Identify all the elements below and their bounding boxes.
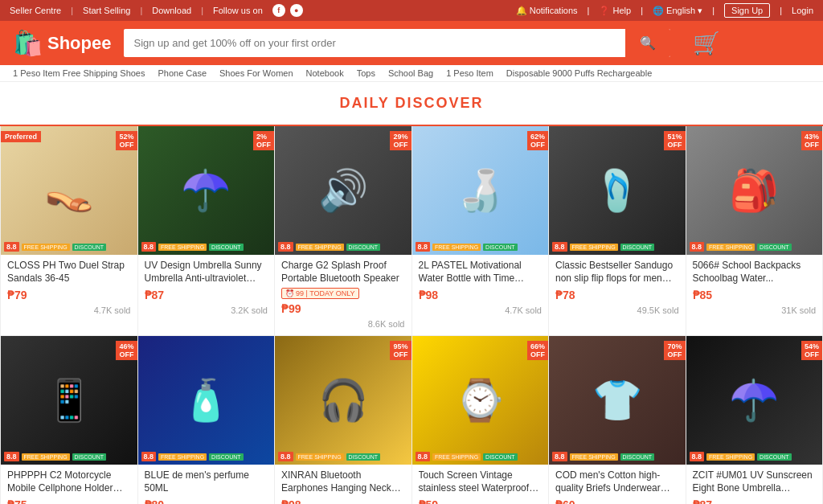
products-section: Preferred52%OFF 👡 8.8 FREE SHIPPING DISC…	[0, 126, 823, 504]
product-price: ₱99	[281, 302, 405, 315]
logo-bag-icon: 🛍️	[13, 29, 43, 57]
badge-88: 8.8	[141, 452, 157, 461]
product-card-9[interactable]: 66%OFF ⌚ 8.8 FREE SHIPPING DISCOUNT Touc…	[412, 336, 550, 504]
social-icons: f ●	[272, 4, 303, 17]
badge-free-shipping: FREE SHIPPING	[158, 244, 207, 251]
search-icon: 🔍	[640, 35, 656, 51]
product-info: Classic Bestseller Sandugo non slip flip…	[549, 255, 686, 322]
product-price: ₱87	[145, 289, 268, 301]
product-info: BLUE de men's perfume 50ML ₱80 14.7K sol…	[138, 465, 275, 504]
product-card-3[interactable]: 62%OFF 🍶 8.8 FREE SHIPPING DISCOUNT 2L P…	[412, 126, 550, 336]
product-info: ZCIT #UM01 UV Sunscreen Eight Bone Umbre…	[686, 465, 823, 504]
badge-88: 8.8	[552, 452, 567, 461]
product-info: Charge G2 Splash Proof Portable Bluetoot…	[275, 255, 412, 335]
badge-88: 8.8	[141, 242, 157, 252]
product-image: 51%OFF 🩴 8.8 FREE SHIPPING DISCOUNT	[549, 126, 686, 255]
product-image: 43%OFF 🎒 8.8 FREE SHIPPING DISCOUNT	[686, 126, 823, 255]
badge-88: 8.8	[552, 242, 567, 252]
product-image: 66%OFF ⌚ 8.8 FREE SHIPPING DISCOUNT	[412, 336, 549, 465]
product-info: 5066# School Backpacks Schoolbag Water..…	[686, 255, 823, 322]
logo[interactable]: 🛍️ Shopee	[13, 29, 111, 57]
badge-discount: DISCOUNT	[620, 244, 655, 251]
badge-free-shipping: FREE SHIPPING	[432, 453, 481, 461]
product-price: ₱80	[145, 498, 268, 504]
product-price: ₱78	[555, 289, 679, 301]
cart-icon[interactable]: 🛒	[693, 30, 721, 56]
download-link[interactable]: Download	[152, 6, 191, 15]
product-image: 29%OFF 🔊 8.8 FREE SHIPPING DISCOUNT	[275, 126, 412, 255]
products-grid: Preferred52%OFF 👡 8.8 FREE SHIPPING DISC…	[0, 126, 823, 504]
logo-text: Shopee	[47, 33, 111, 54]
seller-centre-link[interactable]: Seller Centre	[10, 6, 61, 15]
nav-link-0[interactable]: 1 Peso Item Free Shipping Shoes	[13, 68, 145, 78]
badge-discount: DISCOUNT	[209, 453, 244, 461]
badge-free-shipping: FREE SHIPPING	[22, 453, 70, 461]
off-badge: 66%OFF	[527, 341, 548, 360]
product-info: PHPPPH C2 Motorcycle Mobile Cellphone Ho…	[1, 465, 137, 504]
badge-88: 8.8	[4, 242, 19, 252]
badge-free-shipping: FREE SHIPPING	[296, 244, 344, 251]
bell-icon: 🔔	[516, 6, 527, 15]
product-name: UV Design Umbrella Sunny Umbrella Anti-u…	[145, 260, 268, 285]
product-price: ₱75	[7, 498, 131, 504]
off-badge: 95%OFF	[390, 341, 411, 360]
badge-discount: DISCOUNT	[346, 244, 381, 251]
globe-icon: 🌐	[653, 6, 664, 15]
header: 🛍️ Shopee 🔍 🛒	[0, 21, 823, 65]
product-info: Touch Screen Vintage stainless steel Wat…	[412, 465, 549, 504]
product-card-8[interactable]: 95%OFF 🎧 8.8 FREE SHIPPING DISCOUNT XINR…	[275, 336, 412, 504]
product-card-1[interactable]: 2%OFF ☂️ 8.8 FREE SHIPPING DISCOUNT UV D…	[138, 126, 276, 336]
product-name: BLUE de men's perfume 50ML	[145, 469, 268, 495]
product-card-6[interactable]: 46%OFF 📱 8.8 FREE SHIPPING DISCOUNT PHPP…	[1, 336, 138, 504]
product-sold: 8.6K sold	[368, 319, 405, 329]
product-sold: 4.7K sold	[94, 305, 131, 315]
off-badge: 52%OFF	[116, 131, 137, 150]
product-info: 2L PASTEL Motivational Water Bottle with…	[412, 255, 549, 322]
product-card-2[interactable]: 29%OFF 🔊 8.8 FREE SHIPPING DISCOUNT Char…	[275, 126, 412, 336]
product-price: ₱87	[693, 498, 817, 504]
today-badge: ⏰ 99 | TODAY ONLY	[281, 288, 359, 299]
nav-link-4[interactable]: Tops	[357, 68, 375, 78]
product-card-10[interactable]: 70%OFF 👕 8.8 FREE SHIPPING DISCOUNT COD …	[549, 336, 686, 504]
badge-discount: DISCOUNT	[483, 453, 518, 461]
nav-link-1[interactable]: Phone Case	[158, 68, 207, 78]
badge-free-shipping: FREE SHIPPING	[570, 453, 618, 461]
badge-discount: DISCOUNT	[72, 453, 107, 461]
facebook-icon[interactable]: f	[272, 4, 285, 17]
instagram-icon[interactable]: ●	[290, 4, 303, 17]
badge-88: 8.8	[416, 452, 431, 461]
product-info: CLOSS PH Two Duel Strap Sandals 36-45 ₱7…	[1, 255, 137, 322]
search-button[interactable]: 🔍	[625, 29, 670, 57]
nav-link-3[interactable]: Notebook	[306, 68, 344, 78]
follow-us-label: Follow us on	[213, 6, 263, 15]
login-link[interactable]: Login	[792, 6, 813, 15]
product-card-11[interactable]: 54%OFF ☂️ 8.8 FREE SHIPPING DISCOUNT ZCI…	[686, 336, 824, 504]
product-image: 46%OFF 📱 8.8 FREE SHIPPING DISCOUNT	[1, 336, 137, 465]
product-price: ₱79	[7, 289, 131, 301]
language-selector[interactable]: 🌐 English ▾	[653, 6, 702, 16]
product-name: Touch Screen Vintage stainless steel Wat…	[419, 469, 543, 495]
preferred-badge: Preferred	[1, 131, 41, 142]
off-badge: 54%OFF	[801, 341, 822, 360]
nav-link-7[interactable]: Disposable 9000 Puffs Rechargeable	[506, 68, 652, 78]
product-card-5[interactable]: 43%OFF 🎒 8.8 FREE SHIPPING DISCOUNT 5066…	[686, 126, 824, 336]
off-badge: 2%OFF	[253, 131, 274, 150]
badge-88: 8.8	[278, 452, 293, 461]
product-card-4[interactable]: 51%OFF 🩴 8.8 FREE SHIPPING DISCOUNT Clas…	[549, 126, 686, 336]
clock-icon: ⏰	[285, 289, 294, 297]
product-image: 62%OFF 🍶 8.8 FREE SHIPPING DISCOUNT	[412, 126, 549, 255]
product-image: 70%OFF 👕 8.8 FREE SHIPPING DISCOUNT	[549, 336, 686, 465]
start-selling-link[interactable]: Start Selling	[83, 6, 130, 15]
nav-link-2[interactable]: Shoes For Women	[219, 68, 293, 78]
notifications-link[interactable]: 🔔 Notifications	[516, 6, 578, 16]
product-card-7[interactable]: 🧴 8.8 FREE SHIPPING DISCOUNT BLUE de men…	[138, 336, 276, 504]
nav-link-6[interactable]: 1 Peso Item	[446, 68, 493, 78]
search-input[interactable]	[124, 31, 625, 55]
help-link[interactable]: ❓ Help	[599, 6, 631, 16]
signup-button[interactable]: Sign Up	[724, 3, 770, 18]
badge-free-shipping: FREE SHIPPING	[706, 453, 755, 461]
chevron-down-icon: ▾	[698, 6, 702, 15]
product-card-0[interactable]: Preferred52%OFF 👡 8.8 FREE SHIPPING DISC…	[1, 126, 138, 336]
product-price: ₱60	[555, 498, 679, 504]
nav-link-5[interactable]: School Bag	[388, 68, 433, 78]
